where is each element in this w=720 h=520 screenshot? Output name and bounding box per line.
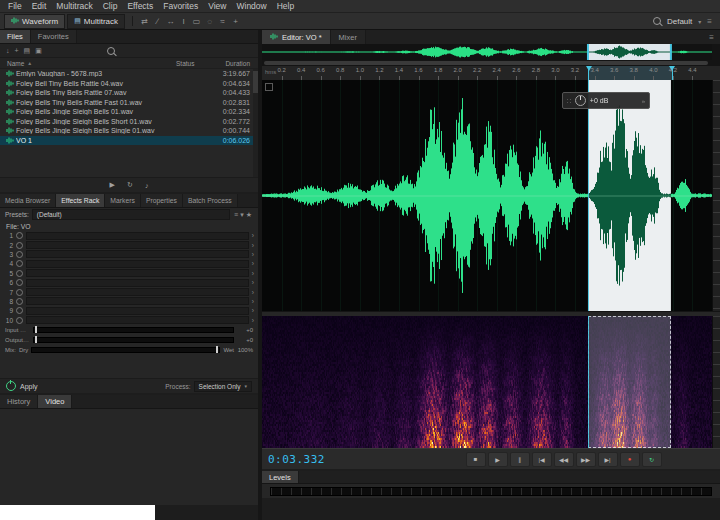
presets-dropdown[interactable]: (Default) xyxy=(32,209,230,220)
slot-power-toggle[interactable] xyxy=(16,279,23,286)
file-row[interactable]: Foley Bells Jingle Sleigh Bells Single 0… xyxy=(0,126,258,136)
effect-slot[interactable]: 2› xyxy=(0,240,258,249)
file-row[interactable]: VO 10:06.026 xyxy=(0,136,258,146)
slot-power-toggle[interactable] xyxy=(16,289,23,296)
search-icon[interactable] xyxy=(653,17,661,25)
menu-favorites[interactable]: Favorites xyxy=(158,1,203,11)
skip-to-end-button[interactable]: ▶| xyxy=(598,452,618,467)
record-button[interactable]: ● xyxy=(620,452,640,467)
process-dropdown[interactable]: Selection Only▾ xyxy=(194,381,252,392)
fast-forward-button[interactable]: ▶▶ xyxy=(576,452,596,467)
mix-slider[interactable] xyxy=(31,347,220,353)
time-selection-tool-icon[interactable]: I xyxy=(177,15,190,27)
input-gain-slider[interactable] xyxy=(33,327,234,333)
move-tool-icon[interactable]: ⇄ xyxy=(138,15,151,27)
effect-slot[interactable]: 9› xyxy=(0,306,258,315)
effect-slot[interactable]: 6› xyxy=(0,278,258,287)
new-content-icon[interactable]: + xyxy=(15,47,19,55)
stop-button[interactable]: ■ xyxy=(466,452,486,467)
slot-field[interactable] xyxy=(26,307,249,315)
multitrack-view-button[interactable]: ▤ Multitrack xyxy=(67,14,125,29)
menu-file[interactable]: File xyxy=(3,1,27,11)
grabber-icon[interactable] xyxy=(265,83,273,91)
preview-loop-button[interactable]: ↻ xyxy=(127,181,133,189)
zoom-scrollbar-thumb[interactable] xyxy=(264,61,708,65)
column-status[interactable]: Status xyxy=(176,60,206,67)
volume-hud[interactable]: ∷ +0 dB » xyxy=(562,92,650,109)
slot-power-toggle[interactable] xyxy=(16,260,23,267)
slot-field[interactable] xyxy=(26,297,249,305)
slot-field[interactable] xyxy=(26,288,249,296)
slot-field[interactable] xyxy=(26,260,249,268)
preview-volume-icon[interactable]: ♪ xyxy=(145,182,149,189)
pause-button[interactable]: ∥ xyxy=(510,452,530,467)
rack-power-icon[interactable] xyxy=(6,381,16,391)
slot-power-toggle[interactable] xyxy=(16,270,23,277)
volume-knob[interactable] xyxy=(575,95,586,106)
file-row[interactable]: Foley Bells Tiny Bells Rattle Fast 01.wa… xyxy=(0,98,258,108)
overview-strip[interactable] xyxy=(262,44,720,60)
menu-view[interactable]: View xyxy=(203,1,231,11)
slot-power-toggle[interactable] xyxy=(16,242,23,249)
loop-playback-button[interactable]: ↻ xyxy=(642,452,662,467)
hud-expand-icon[interactable]: » xyxy=(642,98,645,104)
menu-window[interactable]: Window xyxy=(231,1,271,11)
slot-power-toggle[interactable] xyxy=(16,251,23,258)
paintbrush-tool-icon[interactable]: ≈ xyxy=(216,15,229,27)
slot-power-toggle[interactable] xyxy=(16,298,23,305)
spot-healing-tool-icon[interactable]: + xyxy=(229,15,242,27)
slot-field[interactable] xyxy=(26,269,249,277)
tab-levels[interactable]: Levels xyxy=(262,471,299,483)
menu-clip[interactable]: Clip xyxy=(98,1,123,11)
effect-slot[interactable]: 10› xyxy=(0,316,258,325)
tab-properties[interactable]: Properties xyxy=(141,194,183,207)
tab-markers[interactable]: Markers xyxy=(105,194,141,207)
slot-power-toggle[interactable] xyxy=(16,307,23,314)
play-button[interactable]: ▶ xyxy=(488,452,508,467)
effect-slot[interactable]: 3› xyxy=(0,250,258,259)
apply-button[interactable]: Apply xyxy=(20,383,38,390)
media-list-icon[interactable]: ▤ xyxy=(24,47,31,55)
effect-slot[interactable]: 1› xyxy=(0,231,258,240)
menu-help[interactable]: Help xyxy=(272,1,299,11)
time-display[interactable]: 0:03.332 xyxy=(268,453,325,466)
overview-canvas[interactable] xyxy=(262,44,712,60)
tab-editor[interactable]: Editor: VO * xyxy=(262,30,331,44)
folders-icon[interactable]: ▣ xyxy=(35,47,42,55)
tab-mixer[interactable]: Mixer xyxy=(331,30,366,44)
tab-batch-process[interactable]: Batch Process xyxy=(183,194,238,207)
tab-effects-rack[interactable]: Effects Rack xyxy=(56,194,105,207)
slip-tool-icon[interactable]: ↔ xyxy=(164,15,177,27)
files-search-icon[interactable] xyxy=(107,47,115,55)
output-gain-slider[interactable] xyxy=(33,337,234,343)
file-row[interactable]: Foley Bells Tiny Bells Rattle 07.wav0:04… xyxy=(0,88,258,98)
workspace-switcher[interactable]: Default xyxy=(667,17,692,26)
effect-slot[interactable]: 5› xyxy=(0,269,258,278)
slot-power-toggle[interactable] xyxy=(16,232,23,239)
chevron-down-icon[interactable]: ▾ xyxy=(698,18,701,25)
slot-field[interactable] xyxy=(26,316,249,324)
slot-field[interactable] xyxy=(26,232,249,240)
file-row[interactable]: Foley Bells Jingle Sleigh Bells 01.wav0:… xyxy=(0,107,258,117)
preview-play-button[interactable]: ▶ xyxy=(110,181,115,189)
menu-edit[interactable]: Edit xyxy=(27,1,52,11)
rewind-button[interactable]: ◀◀ xyxy=(554,452,574,467)
spectrogram-selection[interactable] xyxy=(588,316,671,448)
tab-favorites[interactable]: Favorites xyxy=(31,30,77,43)
waveform-view-button[interactable]: Waveform xyxy=(4,14,65,29)
file-row[interactable]: Foley Bell Tiny Bells Rattle 04.wav0:04.… xyxy=(0,79,258,89)
playhead[interactable] xyxy=(588,80,589,311)
file-row[interactable]: Emlyn Vaughan - 5678.mp33:19.667 xyxy=(0,69,258,79)
import-files-icon[interactable]: ↓ xyxy=(6,47,10,55)
tab-media-browser[interactable]: Media Browser xyxy=(0,194,56,207)
menu-effects[interactable]: Effects xyxy=(122,1,158,11)
slot-field[interactable] xyxy=(26,250,249,258)
panel-menu-icon[interactable]: ≡ xyxy=(709,30,720,44)
razor-tool-icon[interactable]: ∕ xyxy=(151,15,164,27)
column-duration[interactable]: Duration xyxy=(206,60,258,67)
effect-slot[interactable]: 7› xyxy=(0,287,258,296)
timeline-ruler[interactable]: hms 0.20.40.60.81.01.21.41.61.82.02.22.4… xyxy=(262,66,720,81)
lasso-selection-tool-icon[interactable]: ◌ xyxy=(203,15,216,27)
marquee-selection-tool-icon[interactable]: ▭ xyxy=(190,15,203,27)
tab-history[interactable]: History xyxy=(0,395,38,408)
